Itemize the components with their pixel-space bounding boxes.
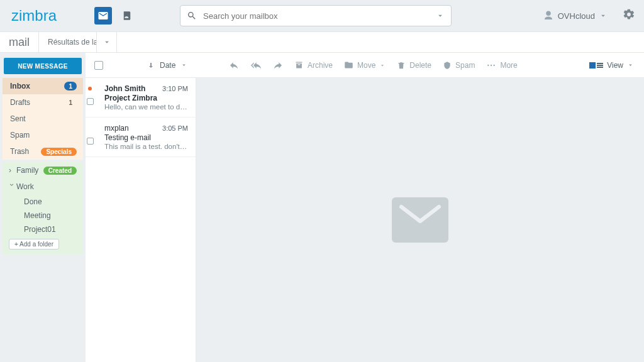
settings-button[interactable] <box>623 8 635 23</box>
content-area: Date Archive Move <box>86 53 644 362</box>
list-toolbar: Date Archive Move <box>86 53 644 78</box>
folder-label: Trash <box>10 147 29 156</box>
delete-button[interactable]: Delete <box>397 61 431 70</box>
message-list: John Smith 3:10 PM Project Zimbra Hello,… <box>86 78 196 362</box>
split-pane: John Smith 3:10 PM Project Zimbra Hello,… <box>86 78 644 362</box>
shield-icon <box>443 61 452 70</box>
more-icon <box>486 61 496 70</box>
more-label: More <box>500 61 517 70</box>
tabs-bar: mail Résultats de la … <box>0 31 644 53</box>
drafts-count: 1 <box>64 98 77 107</box>
chevron-down-icon <box>627 62 634 69</box>
chevron-right-icon: › <box>9 166 15 175</box>
created-badge: Created <box>43 167 77 175</box>
message-from: John Smith <box>104 84 162 93</box>
folder-label: Spam <box>10 131 30 140</box>
mail-app-icon[interactable] <box>94 7 112 25</box>
message-item[interactable]: John Smith 3:10 PM Project Zimbra Hello,… <box>86 78 196 118</box>
sort-label: Date <box>160 61 175 70</box>
folder-spam[interactable]: Spam <box>3 127 83 143</box>
message-from: mxplan <box>104 124 162 133</box>
sort-menu[interactable]: Date <box>147 61 187 70</box>
contacts-app-icon[interactable] <box>118 7 136 25</box>
arrow-down-icon <box>147 62 155 69</box>
user-menu[interactable]: OVHcloud <box>543 10 608 21</box>
folder-inbox[interactable]: Inbox 1 <box>3 78 83 94</box>
message-subject: Project Zimbra <box>104 94 188 102</box>
preview-pane <box>196 78 644 362</box>
unread-dot-icon <box>88 87 92 90</box>
move-label: Move <box>357 61 375 70</box>
gear-icon <box>623 8 635 21</box>
sidebar: NEW MESSAGE Inbox 1 Drafts 1 Sent Spam T… <box>0 53 86 362</box>
chevron-down-icon <box>103 38 111 47</box>
folder-sent[interactable]: Sent <box>3 111 83 127</box>
reply-icon <box>229 60 239 70</box>
message-preview: This mail is a test. don't reply <box>104 143 188 150</box>
folder-label: Family <box>16 166 38 175</box>
message-item[interactable]: mxplan 3:05 PM Testing e-mail This mail … <box>86 118 196 157</box>
folder-label: Inbox <box>10 82 30 90</box>
empty-envelope-icon <box>392 197 448 243</box>
chevron-down-icon: › <box>8 184 16 190</box>
reply-all-icon <box>250 60 262 70</box>
folder-label: Sent <box>10 114 26 123</box>
folder-label: Drafts <box>10 98 30 107</box>
view-list-icon <box>597 62 603 69</box>
folder-work[interactable]: › Work <box>3 178 83 195</box>
user-folders: › Family Created › Work Done Meeting Pro… <box>3 162 83 255</box>
message-time: 3:05 PM <box>162 124 188 132</box>
reply-button[interactable] <box>229 60 239 70</box>
folder-work-project01[interactable]: Project01 <box>3 222 83 236</box>
app-body: NEW MESSAGE Inbox 1 Drafts 1 Sent Spam T… <box>0 53 644 362</box>
system-folders: Inbox 1 Drafts 1 Sent Spam Trash Special… <box>3 78 83 160</box>
tab-dropdown[interactable] <box>97 32 117 52</box>
tab-search-results[interactable]: Résultats de la … <box>39 32 97 52</box>
archive-button[interactable]: Archive <box>294 60 333 70</box>
tab-mail[interactable]: mail <box>0 32 39 52</box>
caret-down-icon <box>599 11 608 20</box>
folder-work-done[interactable]: Done <box>3 195 83 209</box>
message-preview: Hello, can we meet to discus… <box>104 103 188 111</box>
view-panel-icon <box>589 62 596 69</box>
app-header: zimbra OVHcloud <box>0 0 644 31</box>
forward-icon <box>273 60 283 70</box>
unread-count: 1 <box>64 82 77 90</box>
chevron-down-icon <box>379 62 386 69</box>
chevron-down-icon <box>180 62 187 69</box>
message-subject: Testing e-mail <box>104 133 188 142</box>
message-checkbox[interactable] <box>87 98 94 105</box>
spam-label: Spam <box>455 61 475 70</box>
archive-label: Archive <box>308 61 333 70</box>
view-label: View <box>607 61 623 70</box>
message-checkbox[interactable] <box>87 138 94 145</box>
select-all-checkbox[interactable] <box>94 61 103 70</box>
search-icon <box>187 11 197 21</box>
search-input[interactable] <box>203 11 445 21</box>
more-button[interactable]: More <box>486 61 517 70</box>
folder-icon <box>344 60 353 70</box>
chevron-down-icon[interactable] <box>436 11 445 20</box>
add-folder-button[interactable]: + Add a folder <box>9 239 59 250</box>
reply-all-button[interactable] <box>250 60 262 70</box>
folder-trash[interactable]: Trash Specials <box>3 143 83 160</box>
folder-label: Work <box>16 182 34 191</box>
folder-family[interactable]: › Family Created <box>3 162 83 178</box>
archive-icon <box>294 60 304 70</box>
move-button[interactable]: Move <box>344 60 386 70</box>
folder-drafts[interactable]: Drafts 1 <box>3 94 83 111</box>
trash-icon <box>397 61 406 70</box>
message-time: 3:10 PM <box>162 85 188 92</box>
view-menu[interactable]: View <box>589 61 634 70</box>
specials-badge: Specials <box>41 148 77 156</box>
person-icon <box>543 10 554 21</box>
spam-button[interactable]: Spam <box>443 61 475 70</box>
zimbra-logo: zimbra <box>11 7 57 25</box>
folder-work-meeting[interactable]: Meeting <box>3 209 83 222</box>
toolbar-actions: Archive Move Delete Spam <box>229 60 589 70</box>
new-message-button[interactable]: NEW MESSAGE <box>4 58 82 74</box>
user-name: OVHcloud <box>558 11 595 21</box>
forward-button[interactable] <box>273 60 283 70</box>
search-box[interactable] <box>180 5 452 26</box>
delete-label: Delete <box>409 61 431 70</box>
